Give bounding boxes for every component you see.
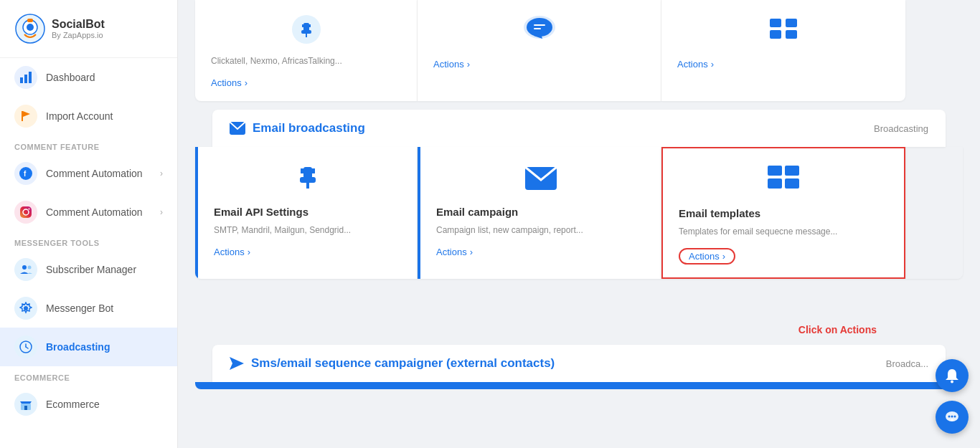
- email-cards-row: Email API Settings SMTP, Mandril, Mailgu…: [195, 147, 963, 279]
- svg-rect-36: [786, 30, 797, 39]
- bubble-icon-area: [433, 14, 645, 44]
- svg-point-52: [948, 416, 951, 418]
- sidebar-label-import: Import Account: [46, 110, 113, 122]
- click-annotation-label: Click on Actions: [798, 324, 877, 335]
- svg-marker-8: [23, 111, 30, 117]
- email-templates-action[interactable]: Actions ›: [679, 248, 735, 264]
- sms-card-desc: Clickatell, Nexmo, AfricasTalking...: [211, 54, 401, 67]
- svg-rect-44: [768, 166, 782, 176]
- email-broadcasting-section: Email broadcasting Broadcasting Email AP…: [195, 110, 963, 336]
- sidebar-label-broadcasting: Broadcasting: [46, 341, 110, 353]
- sms-section-badge: Broadca...: [886, 358, 928, 369]
- grid-icon-area: [677, 14, 890, 44]
- sidebar-item-comment-fb[interactable]: f Comment Automation ›: [0, 154, 177, 193]
- svg-line-19: [26, 347, 28, 348]
- svg-rect-47: [785, 178, 799, 189]
- logo-text: SocialBot By ZapApps.io: [52, 17, 105, 40]
- sms-sequence-section: Sms/email sequence campaigner (external …: [195, 345, 963, 389]
- svg-point-13: [29, 209, 30, 210]
- sms-section-title: Sms/email sequence campaigner (external …: [230, 356, 555, 371]
- svg-rect-5: [24, 75, 27, 83]
- partial-card-3: Actions ›: [661, 0, 905, 101]
- email-section-title: Email broadcasting: [230, 121, 365, 135]
- grid-icon: [767, 14, 800, 44]
- flag-icon: [14, 105, 37, 128]
- sms-section-bottom-strip: [195, 382, 963, 389]
- email-templates-card: Email templates Templates for email sequ…: [661, 147, 905, 279]
- email-api-desc: SMTP, Mandril, Mailgun, Sendgrid...: [214, 224, 401, 237]
- sidebar-item-comment-ig[interactable]: Comment Automation ›: [0, 193, 177, 232]
- email-templates-icon-area: [679, 163, 888, 197]
- partial-card-2: Actions ›: [418, 0, 661, 101]
- svg-rect-24: [301, 30, 311, 34]
- sidebar-item-import-account[interactable]: Import Account: [0, 97, 177, 135]
- card3-action[interactable]: Actions ›: [677, 59, 890, 70]
- svg-point-14: [22, 265, 27, 270]
- instagram-icon: [14, 201, 37, 224]
- email-envelope-icon: [522, 161, 560, 196]
- svg-rect-46: [768, 178, 782, 189]
- email-campaign-card: Email campaign Campaign list, new campai…: [418, 147, 661, 279]
- section-label-comment: COMMENT FEATURE: [0, 135, 177, 154]
- main-content: Clickatell, Nexmo, AfricasTalking... Act…: [178, 0, 980, 448]
- gear-icon: [14, 297, 37, 320]
- email-section-icon: [230, 122, 245, 135]
- svg-point-54: [954, 416, 956, 418]
- sidebar-item-messenger-bot[interactable]: Messenger Bot: [0, 289, 177, 328]
- svg-rect-33: [770, 19, 781, 27]
- svg-rect-34: [786, 19, 797, 27]
- sidebar-item-ecommerce[interactable]: Ecommerce: [0, 385, 177, 424]
- card2-action[interactable]: Actions ›: [433, 59, 645, 70]
- email-api-settings-card: Email API Settings SMTP, Mandril, Mailgu…: [195, 147, 418, 279]
- chat-fab[interactable]: [936, 401, 969, 434]
- send-icon: [230, 357, 244, 370]
- sidebar-label-comment-ig: Comment Automation: [46, 206, 143, 218]
- email-api-icon-area: [214, 161, 401, 196]
- email-templates-action-container: Actions ›: [679, 244, 888, 264]
- email-campaign-action[interactable]: Actions ›: [436, 247, 645, 257]
- svg-rect-25: [306, 34, 307, 37]
- svg-rect-6: [29, 72, 32, 83]
- email-templates-desc: Templates for email sequecne message...: [679, 225, 888, 238]
- svg-rect-27: [309, 24, 311, 27]
- svg-rect-11: [20, 206, 32, 218]
- chat-fab-icon: [944, 409, 960, 425]
- svg-rect-40: [306, 183, 309, 189]
- logo-area: SocialBot By ZapApps.io: [0, 0, 177, 58]
- svg-rect-26: [302, 24, 303, 27]
- notification-fab[interactable]: [936, 359, 969, 392]
- sidebar-item-subscriber-manager[interactable]: Subscriber Manager: [0, 250, 177, 289]
- svg-rect-7: [22, 111, 23, 121]
- email-campaign-desc: Campaign list, new campaign, report...: [436, 224, 645, 237]
- svg-point-15: [28, 266, 32, 270]
- facebook-icon: f: [14, 162, 37, 185]
- sidebar: SocialBot By ZapApps.io Dashboard Import…: [0, 0, 178, 448]
- svg-rect-3: [27, 19, 33, 22]
- sidebar-item-dashboard[interactable]: Dashboard: [0, 58, 177, 97]
- svg-rect-41: [301, 168, 303, 173]
- sidebar-item-broadcasting[interactable]: Broadcasting: [0, 328, 177, 366]
- email-api-action[interactable]: Actions ›: [214, 247, 401, 257]
- logo-icon: [14, 13, 46, 44]
- svg-point-50: [951, 381, 953, 383]
- plug-large-icon: [291, 161, 325, 196]
- dashboard-icon: [14, 66, 37, 89]
- svg-marker-49: [230, 357, 244, 370]
- svg-point-16: [24, 306, 28, 310]
- chevron-icon-ig: ›: [160, 207, 163, 217]
- click-annotation-area: Click on Actions: [195, 323, 963, 336]
- sms-api-card: Clickatell, Nexmo, AfricasTalking... Act…: [195, 0, 418, 101]
- sms-section-header: Sms/email sequence campaigner (external …: [212, 345, 946, 382]
- svg-rect-35: [770, 30, 781, 39]
- clock-icon: [14, 335, 37, 358]
- store-icon: [14, 393, 37, 416]
- email-api-title: Email API Settings: [214, 206, 401, 218]
- chevron-icon-fb: ›: [160, 168, 163, 178]
- email-section-header: Email broadcasting Broadcasting: [212, 110, 946, 147]
- sms-card-action[interactable]: Actions ›: [211, 77, 401, 88]
- svg-rect-45: [785, 166, 799, 176]
- svg-rect-42: [312, 168, 315, 173]
- email-campaign-title: Email campaign: [436, 206, 645, 218]
- users-icon: [14, 258, 37, 281]
- svg-rect-38: [303, 167, 312, 178]
